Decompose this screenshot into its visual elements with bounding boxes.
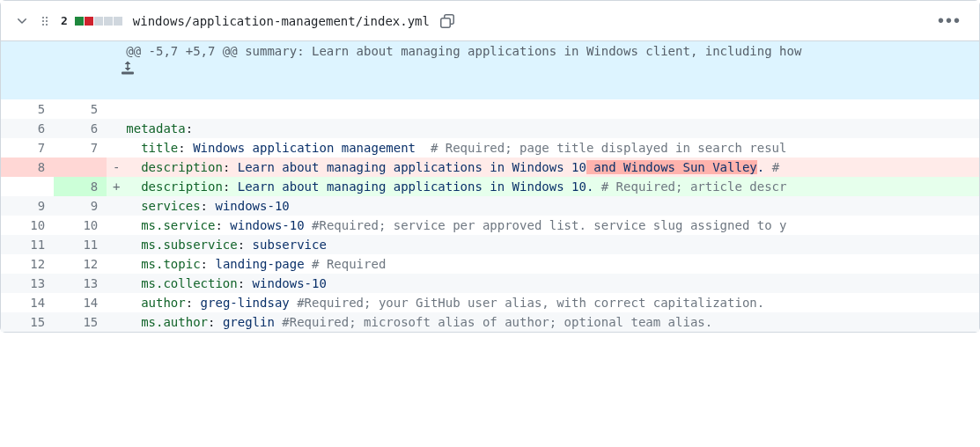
line-number-old[interactable]: 8 bbox=[1, 158, 54, 177]
copy-path-button[interactable] bbox=[440, 14, 454, 28]
diff-marker bbox=[107, 138, 126, 158]
line-number-new[interactable]: 9 bbox=[54, 196, 107, 216]
code-cell[interactable]: services: windows-10 bbox=[126, 196, 979, 216]
diff-marker bbox=[107, 312, 126, 332]
code-cell[interactable]: ms.service: windows-10 #Required; servic… bbox=[126, 216, 979, 235]
diff-line: 55 bbox=[1, 99, 979, 119]
line-number-new[interactable]: 5 bbox=[54, 99, 107, 119]
diff-marker bbox=[107, 293, 126, 312]
expand-hunk[interactable] bbox=[1, 41, 107, 99]
diff-line: 77 title: Windows application management… bbox=[1, 138, 979, 158]
diff-line: 99 services: windows-10 bbox=[1, 196, 979, 216]
line-number-new[interactable]: 10 bbox=[54, 216, 107, 235]
diff-table: @@ -5,7 +5,7 @@ summary: Learn about man… bbox=[1, 41, 979, 332]
diff-marker bbox=[107, 196, 126, 216]
line-number-new[interactable]: 13 bbox=[54, 274, 107, 293]
diff-marker bbox=[107, 235, 126, 254]
diff-line: 1313 ms.collection: windows-10 bbox=[1, 274, 979, 293]
code-cell[interactable]: author: greg-lindsay #Required; your Git… bbox=[126, 293, 979, 312]
file-menu-button[interactable]: ••• bbox=[934, 7, 965, 34]
diff-line: 66 metadata: bbox=[1, 119, 979, 138]
line-number-old[interactable]: 11 bbox=[1, 235, 54, 254]
line-number-new[interactable]: 15 bbox=[54, 312, 107, 332]
diff-line: 1111 ms.subservice: subservice bbox=[1, 235, 979, 254]
diffstat-add-block bbox=[75, 17, 84, 26]
diff-line: 1212 ms.topic: landing-page # Required bbox=[1, 254, 979, 274]
file-path[interactable]: windows/application-management/index.yml bbox=[133, 14, 430, 28]
diff-marker: - bbox=[107, 158, 126, 177]
diff-line: 8- description: Learn about managing app… bbox=[1, 158, 979, 177]
diff-marker bbox=[107, 119, 126, 138]
diffstat-neutral-block bbox=[104, 17, 113, 26]
line-number-old[interactable]: 12 bbox=[1, 254, 54, 274]
line-number-new[interactable] bbox=[54, 158, 107, 177]
diff-marker bbox=[107, 254, 126, 274]
line-number-new[interactable]: 8 bbox=[54, 177, 107, 196]
hunk-header-text: @@ -5,7 +5,7 @@ summary: Learn about man… bbox=[126, 41, 979, 99]
diffstat-del-block bbox=[85, 17, 93, 26]
line-number-new[interactable]: 6 bbox=[54, 119, 107, 138]
diff-file: 2 windows/application-management/index.y… bbox=[0, 0, 980, 333]
line-number-new[interactable]: 12 bbox=[54, 254, 107, 274]
unfold-icon bbox=[84, 61, 172, 75]
hunk-header-row: @@ -5,7 +5,7 @@ summary: Learn about man… bbox=[1, 41, 979, 99]
code-cell[interactable]: description: Learn about managing applic… bbox=[126, 177, 979, 196]
code-cell[interactable]: ms.topic: landing-page # Required bbox=[126, 254, 979, 274]
collapse-toggle[interactable] bbox=[15, 14, 29, 28]
line-number-old[interactable]: 7 bbox=[1, 138, 54, 158]
diffstat[interactable] bbox=[75, 17, 122, 26]
diff-line: 1010 ms.service: windows-10 #Required; s… bbox=[1, 216, 979, 235]
diff-line: 1414 author: greg-lindsay #Required; you… bbox=[1, 293, 979, 312]
code-cell[interactable]: ms.collection: windows-10 bbox=[126, 274, 979, 293]
line-number-new[interactable]: 11 bbox=[54, 235, 107, 254]
diffstat-neutral-block bbox=[114, 17, 122, 26]
change-count: 2 bbox=[61, 14, 68, 27]
diff-marker bbox=[107, 216, 126, 235]
code-cell[interactable]: ms.subservice: subservice bbox=[126, 235, 979, 254]
line-number-old[interactable]: 5 bbox=[1, 99, 54, 119]
diff-marker bbox=[107, 99, 126, 119]
line-number-old[interactable]: 14 bbox=[1, 293, 54, 312]
diffstat-neutral-block bbox=[94, 17, 103, 26]
line-number-new[interactable]: 7 bbox=[54, 138, 107, 158]
file-header: 2 windows/application-management/index.y… bbox=[1, 1, 979, 41]
line-number-old[interactable]: 15 bbox=[1, 312, 54, 332]
code-cell[interactable] bbox=[126, 99, 979, 119]
drag-handle-icon[interactable] bbox=[38, 14, 52, 28]
code-cell[interactable]: metadata: bbox=[126, 119, 979, 138]
line-number-old[interactable] bbox=[1, 177, 54, 196]
line-number-old[interactable]: 6 bbox=[1, 119, 54, 138]
code-cell[interactable]: ms.author: greglin #Required; microsoft … bbox=[126, 312, 979, 332]
line-number-old[interactable]: 13 bbox=[1, 274, 54, 293]
line-number-old[interactable]: 9 bbox=[1, 196, 54, 216]
diff-marker bbox=[107, 274, 126, 293]
diff-line: 1515 ms.author: greglin #Required; micro… bbox=[1, 312, 979, 332]
code-cell[interactable]: title: Windows application management # … bbox=[126, 138, 979, 158]
diff-line: 8+ description: Learn about managing app… bbox=[1, 177, 979, 196]
line-number-new[interactable]: 14 bbox=[54, 293, 107, 312]
code-cell[interactable]: description: Learn about managing applic… bbox=[126, 158, 979, 177]
diff-marker: + bbox=[107, 177, 126, 196]
line-number-old[interactable]: 10 bbox=[1, 216, 54, 235]
